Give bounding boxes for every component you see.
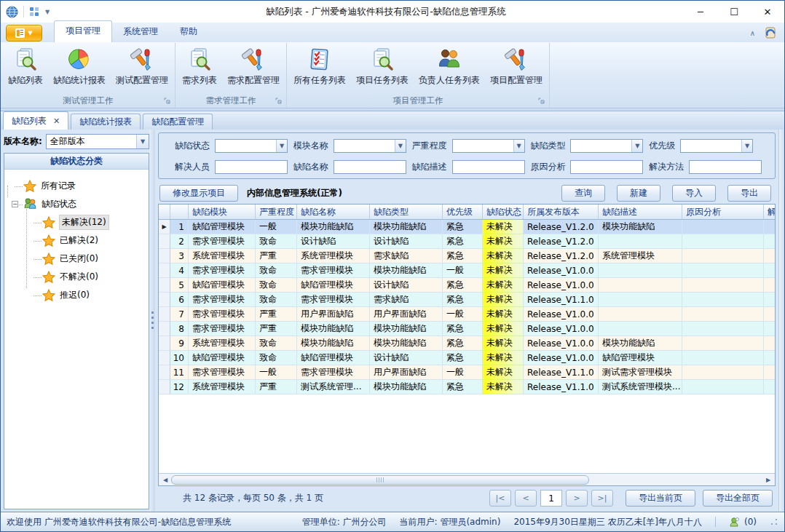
next-page-button[interactable]: > bbox=[566, 490, 588, 507]
document-tab-缺陷统计报表[interactable]: 缺陷统计报表 bbox=[71, 114, 141, 130]
dialog-launcher-icon[interactable] bbox=[538, 98, 545, 105]
table-row[interactable]: 6需求管理模块致命需求管理模块需求缺陷紧急未解决Release_V1.1.0 bbox=[159, 293, 775, 307]
table-row[interactable]: 3系统管理模块严重系统管理模块需求缺陷紧急未解决Release_V1.2.0系统… bbox=[159, 249, 775, 263]
tree-item-未解决(12)[interactable]: 未解决(12) bbox=[12, 213, 146, 231]
table-row[interactable]: 5缺陷管理模块致命缺陷管理模块设计缺陷紧急未解决Release_V1.0.0 bbox=[159, 278, 775, 293]
tree-collapse-icon[interactable]: − bbox=[12, 201, 18, 207]
first-page-button[interactable]: |< bbox=[489, 490, 511, 507]
tree-item-所有记录[interactable]: 所有记录 bbox=[12, 177, 146, 195]
table-row[interactable]: 8需求管理模块严重模块功能缺陷模块功能缺陷紧急未解决Release_V1.0.0 bbox=[159, 322, 775, 336]
filter-select-缺陷状态[interactable]: ▼ bbox=[215, 139, 288, 153]
filter-field-解决人员: 解决人员 bbox=[175, 160, 293, 174]
combo-arrow-icon[interactable]: ▼ bbox=[741, 140, 752, 152]
grid-column-header-严重程度[interactable]: 严重程度 bbox=[256, 205, 297, 219]
export-all-pages-button[interactable]: 导出全部页 bbox=[703, 490, 773, 507]
combo-arrow-icon[interactable]: ▼ bbox=[513, 140, 524, 152]
star-icon bbox=[42, 216, 55, 229]
ribbon-button-负责人任务列表[interactable]: 负责人任务列表 bbox=[414, 45, 485, 89]
ribbon-button-缺陷列表[interactable]: 缺陷列表 bbox=[3, 45, 48, 89]
combo-arrow-icon[interactable]: ▼ bbox=[395, 140, 406, 152]
table-row[interactable]: 12系统管理模块严重测试系统管理...模块功能缺陷紧急未解决Release_V1… bbox=[159, 380, 775, 394]
ribbon-button-缺陷统计报表[interactable]: 缺陷统计报表 bbox=[48, 45, 111, 89]
close-button[interactable]: ✕ bbox=[751, 1, 784, 23]
cell-解决方法 bbox=[764, 293, 776, 307]
new-button[interactable]: 新建 bbox=[617, 185, 660, 202]
pagination-bar: 共 12 条记录，每页 50 条，共 1 页 |< < > >| 导出当前页 导… bbox=[157, 486, 777, 510]
minimize-button[interactable]: ─ bbox=[684, 1, 717, 23]
scroll-right-icon[interactable]: ▶ bbox=[762, 475, 774, 485]
filter-select-优先级[interactable]: ▼ bbox=[680, 139, 753, 153]
resize-grip[interactable] bbox=[770, 517, 778, 526]
grid-column-header-优先级[interactable]: 优先级 bbox=[443, 205, 483, 219]
table-row[interactable]: ▶1缺陷管理模块一般模块功能缺陷模块功能缺陷紧急未解决Release_V1.2.… bbox=[159, 220, 775, 234]
ribbon-tab-项目管理[interactable]: 项目管理 bbox=[54, 20, 112, 42]
maximize-button[interactable]: ☐ bbox=[717, 1, 751, 23]
style-switch-icon[interactable] bbox=[764, 27, 777, 39]
filter-select-缺陷类型[interactable]: ▼ bbox=[570, 139, 643, 153]
document-tab-缺陷列表[interactable]: 缺陷列表✕ bbox=[3, 111, 68, 130]
tree-item-已解决(2)[interactable]: 已解决(2) bbox=[12, 231, 146, 250]
table-row[interactable]: 2需求管理模块致命设计缺陷设计缺陷紧急未解决Release_V1.2.0 bbox=[159, 234, 775, 249]
dialog-launcher-icon[interactable] bbox=[164, 98, 171, 105]
table-row[interactable]: 4需求管理模块致命需求管理模块模块功能缺陷一般未解决Release_V1.0.0 bbox=[159, 263, 775, 278]
filter-input-解决方法[interactable] bbox=[689, 160, 762, 174]
tree-item-缺陷状态[interactable]: −缺陷状态 bbox=[12, 195, 146, 213]
grid-column-header-缺陷状态[interactable]: 缺陷状态 bbox=[483, 205, 524, 219]
page-number-input[interactable] bbox=[540, 490, 562, 507]
filter-input-缺陷描述[interactable] bbox=[452, 160, 525, 174]
filter-input-原因分析[interactable] bbox=[570, 160, 643, 174]
combo-arrow-icon[interactable]: ▼ bbox=[631, 140, 642, 152]
dialog-launcher-icon[interactable] bbox=[275, 98, 283, 105]
ribbon-button-所有任务列表[interactable]: 所有任务列表 bbox=[288, 45, 351, 89]
sidebar-splitter[interactable] bbox=[149, 130, 155, 512]
quick-access-caret-icon[interactable]: ▼ bbox=[45, 9, 50, 15]
export-button[interactable]: 导出 bbox=[727, 185, 771, 202]
combo-arrow-icon[interactable]: ▼ bbox=[136, 135, 149, 148]
grid-column-header-缺陷模块[interactable]: 缺陷模块 bbox=[189, 205, 256, 219]
table-row[interactable]: 9系统管理模块致命模块功能缺陷模块功能缺陷紧急未解决Release_V1.0.0… bbox=[159, 336, 775, 351]
version-combobox[interactable]: 全部版本 ▼ bbox=[46, 134, 149, 149]
grid-column-header-解决方法[interactable]: 解决方法 bbox=[764, 205, 776, 219]
messages-user-icon[interactable] bbox=[729, 517, 740, 528]
ribbon-button-项目配置管理[interactable]: 项目配置管理 bbox=[485, 45, 548, 89]
tree-item-已关闭(0)[interactable]: 已关闭(0) bbox=[12, 250, 146, 268]
filter-input-解决人员[interactable] bbox=[215, 160, 288, 174]
modify-columns-button[interactable]: 修改显示项目 bbox=[159, 185, 238, 202]
grid-horizontal-scrollbar[interactable]: ◀ ▶ bbox=[159, 473, 775, 485]
ribbon-tab-帮助[interactable]: 帮助 bbox=[169, 22, 208, 42]
grid-column-header-所属发布版本[interactable]: 所属发布版本 bbox=[524, 205, 599, 219]
grid-column-header-缺陷类型[interactable]: 缺陷类型 bbox=[370, 205, 443, 219]
table-row[interactable]: 10缺陷管理模块致命缺陷管理模块设计缺陷紧急未解决Release_V1.0.0缺… bbox=[159, 351, 775, 365]
ribbon-button-需求列表[interactable]: 需求列表 bbox=[177, 45, 222, 89]
table-row[interactable]: 11需求管理模块一般需求管理模块用户界面缺陷一般未解决Release_V1.1.… bbox=[159, 365, 775, 380]
filter-select-严重程度[interactable]: ▼ bbox=[452, 139, 525, 153]
combo-arrow-icon[interactable]: ▼ bbox=[276, 140, 287, 152]
document-tab-缺陷配置管理[interactable]: 缺陷配置管理 bbox=[143, 114, 213, 130]
scroll-left-icon[interactable]: ◀ bbox=[159, 475, 171, 485]
ribbon-button-测试配置管理[interactable]: 测试配置管理 bbox=[111, 45, 173, 89]
grid-column-header-缺陷名称[interactable]: 缺陷名称 bbox=[297, 205, 370, 219]
ribbon-tab-系统管理[interactable]: 系统管理 bbox=[112, 22, 169, 42]
grid-vertical-scrollbar[interactable] bbox=[778, 130, 784, 512]
last-page-button[interactable]: >| bbox=[591, 490, 613, 507]
import-button[interactable]: 导入 bbox=[672, 185, 716, 202]
quick-access-layout-icon[interactable] bbox=[29, 7, 40, 17]
app-logo-icon[interactable] bbox=[6, 6, 18, 18]
query-button[interactable]: 查询 bbox=[561, 185, 605, 202]
tree-item-推迟(0)[interactable]: 推迟(0) bbox=[12, 286, 146, 304]
application-menu-button[interactable]: ▼ bbox=[6, 25, 42, 41]
export-current-page-button[interactable]: 导出当前页 bbox=[626, 490, 695, 507]
tab-close-icon[interactable]: ✕ bbox=[53, 116, 60, 126]
grid-column-header-原因分析[interactable]: 原因分析 bbox=[682, 205, 764, 219]
prev-page-button[interactable]: < bbox=[515, 490, 537, 507]
collapse-ribbon-icon[interactable]: ∧ bbox=[750, 29, 755, 37]
table-row[interactable]: 7需求管理模块严重用户界面缺陷用户界面缺陷一般未解决Release_V1.0.0 bbox=[159, 307, 775, 322]
scrollbar-thumb[interactable] bbox=[171, 475, 589, 485]
ribbon-button-需求配置管理[interactable]: 需求配置管理 bbox=[222, 45, 285, 89]
ribbon-button-项目任务列表[interactable]: 项目任务列表 bbox=[351, 45, 414, 89]
filter-input-缺陷名称[interactable] bbox=[334, 160, 406, 174]
filter-select-模块名称[interactable]: ▼ bbox=[334, 139, 406, 153]
grid-column-header-缺陷描述[interactable]: 缺陷描述 bbox=[599, 205, 682, 219]
filter-label: 解决方法 bbox=[649, 161, 684, 173]
tree-item-不解决(0)[interactable]: 不解决(0) bbox=[12, 268, 146, 286]
